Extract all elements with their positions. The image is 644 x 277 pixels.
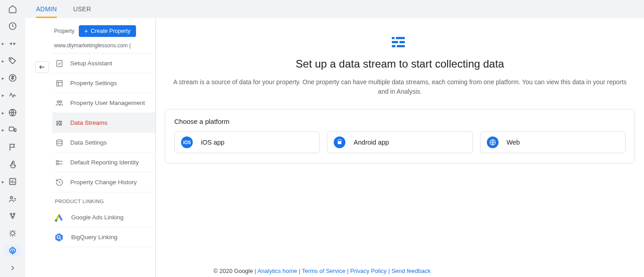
footer-link-terms[interactable]: Terms of Service <box>302 268 345 274</box>
platform-selector: Choose a platform iOS iOS app Android ap… <box>165 109 635 163</box>
sidebar-item-change-history[interactable]: Property Change History <box>52 173 155 192</box>
tab-user[interactable]: USER <box>73 0 91 18</box>
svg-point-11 <box>11 232 14 235</box>
sidebar-item-label: Property Change History <box>70 179 137 186</box>
page-title: Set up a data stream to start collecting… <box>166 58 634 70</box>
sidebar-item-user-management[interactable]: Property User Management <box>52 93 155 113</box>
property-label: Property <box>54 28 74 34</box>
back-button[interactable] <box>35 61 49 73</box>
choose-platform-label: Choose a platform <box>174 118 626 125</box>
rail-home-icon[interactable] <box>4 4 22 14</box>
svg-rect-17 <box>56 121 58 122</box>
clipboard-check-icon <box>55 59 64 68</box>
sidebar-item-label: Property User Management <box>70 100 145 106</box>
copyright-text: © 2020 Google <box>213 268 253 274</box>
create-property-label: Create Property <box>91 28 131 34</box>
property-sidebar: Property + Create Property www.diymarket… <box>25 18 156 277</box>
rail-touch-icon[interactable] <box>4 159 22 170</box>
sidebar-link-label: Google Ads Linking <box>71 214 123 221</box>
svg-point-9 <box>14 213 15 214</box>
data-streams-icon <box>55 119 64 127</box>
footer-link-privacy[interactable]: Privacy Policy <box>350 268 387 274</box>
svg-point-23 <box>57 140 62 142</box>
platform-card-ios[interactable]: iOS iOS app <box>174 132 320 153</box>
svg-point-26 <box>55 219 58 222</box>
platform-label: Web <box>507 139 520 146</box>
sidebar-item-property-settings[interactable]: Property Settings <box>52 73 155 93</box>
footer-link-feedback[interactable]: Send feedback <box>391 268 431 274</box>
svg-rect-25 <box>56 163 59 164</box>
sidebar-link-label: BigQuery Linking <box>71 234 118 241</box>
rail-acquisition-icon[interactable] <box>4 90 22 101</box>
svg-rect-19 <box>56 123 59 123</box>
create-property-button[interactable]: + Create Property <box>79 25 136 37</box>
history-icon <box>55 178 64 186</box>
sidebar-item-label: Data Settings <box>70 139 107 146</box>
sidebar-section-product-linking: PRODUCT LINKING <box>52 192 155 208</box>
sidebar-item-label: Default Reporting Identity <box>70 159 139 166</box>
svg-rect-4 <box>9 127 14 131</box>
svg-point-16 <box>60 100 62 103</box>
rail-tag-icon[interactable] <box>4 55 22 66</box>
plus-icon: + <box>84 28 88 34</box>
bigquery-icon <box>53 232 65 243</box>
platform-label: Android app <box>354 139 389 146</box>
svg-rect-30 <box>396 37 405 39</box>
svg-rect-29 <box>392 37 395 39</box>
database-icon <box>55 139 64 147</box>
page-footer: © 2020 Google | Analytics home | Terms o… <box>0 268 644 274</box>
property-name[interactable]: www.diymarketinglessons.com ( <box>52 41 151 54</box>
svg-point-1 <box>10 59 11 60</box>
svg-rect-24 <box>56 160 59 162</box>
left-nav-rail <box>0 0 25 277</box>
sidebar-item-label: Data Streams <box>70 119 108 126</box>
sidebar-item-reporting-identity[interactable]: Default Reporting Identity <box>52 153 155 173</box>
footer-link-analytics-home[interactable]: Analytics home <box>258 268 297 274</box>
svg-point-35 <box>339 140 339 141</box>
page-subtitle: A stream is a source of data for your pr… <box>170 77 630 96</box>
svg-point-15 <box>57 100 59 103</box>
web-icon <box>487 136 499 148</box>
users-icon <box>55 99 64 107</box>
platform-card-android[interactable]: Android app <box>327 132 472 153</box>
sidebar-item-label: Setup Assistant <box>70 60 112 67</box>
svg-rect-37 <box>338 141 341 144</box>
rail-configure-icon[interactable] <box>4 211 22 222</box>
svg-rect-5 <box>14 129 16 132</box>
platform-card-web[interactable]: Web <box>480 132 626 153</box>
sidebar-link-bigquery[interactable]: BigQuery Linking <box>52 227 155 247</box>
rail-analysis-icon[interactable] <box>4 176 22 187</box>
tab-admin[interactable]: ADMIN <box>36 0 57 18</box>
sidebar-item-setup-assistant[interactable]: Setup Assistant <box>52 54 155 73</box>
rail-admin-icon[interactable] <box>4 245 22 256</box>
svg-rect-14 <box>57 81 62 86</box>
rail-tech-icon[interactable] <box>4 124 22 135</box>
ios-icon: iOS <box>181 136 193 148</box>
rail-debug-icon[interactable] <box>4 228 22 239</box>
google-ads-icon <box>53 212 65 223</box>
rail-realtime-icon[interactable] <box>4 21 22 32</box>
rail-flag-icon[interactable] <box>4 142 22 153</box>
svg-point-7 <box>10 196 13 199</box>
rail-audiences-icon[interactable] <box>4 193 22 204</box>
svg-marker-27 <box>55 233 63 241</box>
sidebar-item-label: Property Settings <box>70 80 117 86</box>
svg-rect-22 <box>59 124 62 125</box>
svg-rect-33 <box>392 45 395 47</box>
rail-demographics-icon[interactable] <box>4 107 22 118</box>
android-icon <box>334 136 345 148</box>
sidebar-item-data-settings[interactable]: Data Settings <box>52 133 155 153</box>
svg-rect-18 <box>59 121 62 122</box>
admin-tabs: ADMIN USER <box>25 0 644 18</box>
sidebar-item-data-streams[interactable]: Data Streams <box>52 113 155 133</box>
data-streams-hero-icon <box>391 36 409 49</box>
layout-icon <box>55 79 64 87</box>
rail-conversions-icon[interactable] <box>4 38 22 49</box>
svg-rect-32 <box>399 41 405 43</box>
svg-rect-21 <box>56 124 58 125</box>
main-content: Set up a data stream to start collecting… <box>156 18 644 277</box>
svg-rect-31 <box>392 41 398 43</box>
rail-monetization-icon[interactable] <box>4 73 22 83</box>
sidebar-link-google-ads[interactable]: Google Ads Linking <box>52 208 155 227</box>
svg-rect-13 <box>57 60 62 67</box>
